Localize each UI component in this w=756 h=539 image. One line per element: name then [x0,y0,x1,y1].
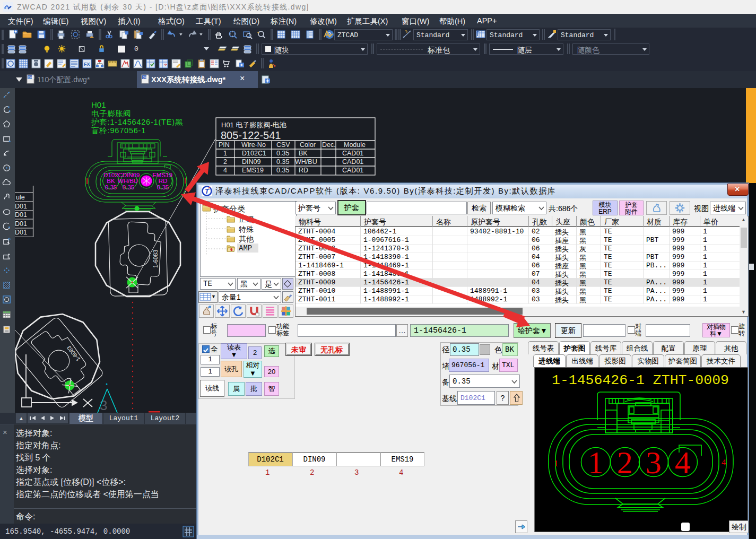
svg-text:BK: BK [299,150,308,157]
svg-text:1-6083: 1-6083 [65,345,81,363]
svg-text:0.35: 0.35 [276,167,289,174]
svg-text:1-1456426-1 ZTHT-0009: 1-1456426-1 ZTHT-0009 [552,372,729,388]
svg-text:H01 电子膨胀阀-电池: H01 电子膨胀阀-电池 [221,121,286,129]
svg-text:WH/BU: WH/BU [295,158,317,166]
svg-text:Color: Color [300,141,316,149]
svg-text:CSV: CSV [276,141,290,149]
svg-text:0.35: 0.35 [123,184,134,190]
svg-text:0.35: 0.35 [157,184,169,190]
svg-text:CAD01: CAD01 [342,158,363,166]
svg-text:1: 1 [554,458,559,468]
svg-text:BK: BK [107,178,115,184]
svg-text:RD: RD [159,178,168,184]
svg-text:EMS19: EMS19 [152,172,172,178]
svg-text:2: 2 [223,158,227,166]
svg-text:4: 4 [722,457,726,467]
svg-text:0.35: 0.35 [276,150,289,157]
svg-text:1: 1 [223,150,227,157]
svg-text:CAD01: CAD01 [342,150,363,157]
svg-text:盲栓:967056-1: 盲栓:967056-1 [91,126,146,135]
svg-text:2: 2 [617,445,633,480]
svg-text:DIN09: DIN09 [242,158,260,166]
svg-text:H01: H01 [91,100,106,109]
svg-text:ule: ule [16,194,25,201]
svg-text:D01: D01 [15,203,27,210]
svg-text:WH/BU: WH/BU [118,178,138,184]
svg-text:Module: Module [344,141,366,149]
svg-text:3: 3 [100,397,107,413]
svg-text:3: 3 [646,445,662,480]
svg-text:Dec.: Dec. [322,141,336,149]
svg-text:DIN09: DIN09 [123,172,140,178]
svg-text:RD: RD [299,167,308,174]
svg-text:805-122-541: 805-122-541 [221,129,281,141]
svg-text:D102C1: D102C1 [242,150,266,157]
svg-text:D102C: D102C [103,172,123,178]
svg-text:1-6083: 1-6083 [152,250,159,268]
svg-text:4: 4 [675,445,691,480]
svg-text:FX: FX [84,62,90,67]
svg-text:CAD01: CAD01 [342,167,363,174]
svg-text:PIN: PIN [219,141,230,149]
svg-text:Wire-No: Wire-No [241,141,266,149]
svg-text:D01: D01 [15,220,27,228]
svg-text:D01: D01 [15,229,27,236]
svg-text:0.35: 0.35 [276,158,289,166]
svg-text:4: 4 [223,167,227,174]
svg-text:D01: D01 [15,211,27,219]
svg-text:0.35: 0.35 [105,184,117,190]
svg-text:EMS19: EMS19 [242,167,264,174]
svg-text:DWG: DWG [28,76,34,79]
svg-text:电子膨胀阀: 电子膨胀阀 [91,109,131,118]
svg-text:DWG: DWG [143,76,149,79]
svg-text:1: 1 [588,445,604,480]
svg-text:护套:1-1456426-1(TE)黑: 护套:1-1456426-1(TE)黑 [91,118,183,126]
